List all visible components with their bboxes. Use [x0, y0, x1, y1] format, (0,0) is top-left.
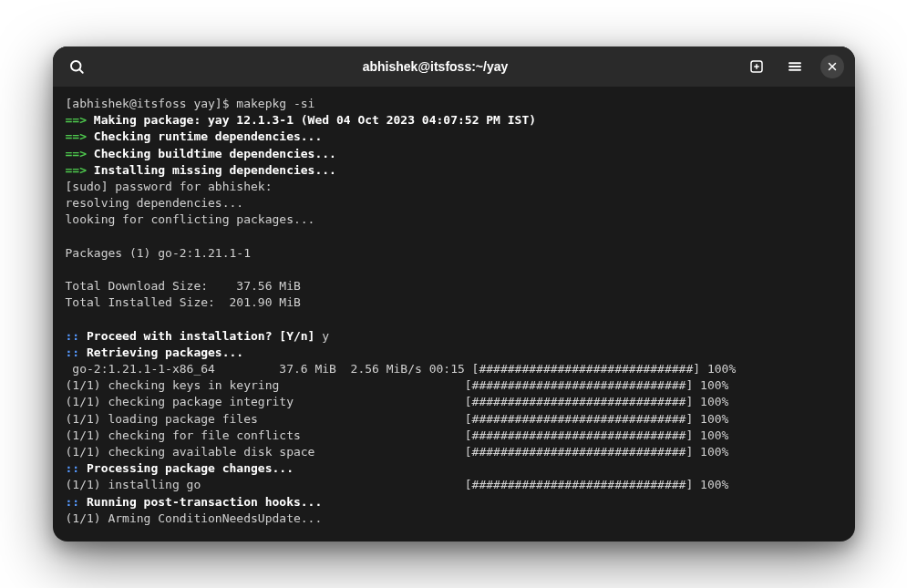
title-left: [64, 54, 137, 79]
installing-go: (1/1) installing go [###################…: [66, 477, 842, 493]
title-bar: abhishek@itsfoss:~/yay: [53, 46, 855, 87]
search-icon[interactable]: [64, 54, 89, 79]
menu-icon[interactable]: [782, 54, 808, 79]
svg-line-1: [79, 69, 82, 72]
installed-size: Total Installed Size: 201.90 MiB: [66, 294, 842, 311]
download-size: Total Download Size: 37.56 MiB: [66, 278, 842, 294]
check-disk: (1/1) checking available disk space [###…: [66, 444, 842, 460]
arrow: ==>: [66, 113, 94, 127]
arrow: ==>: [66, 129, 94, 143]
installing-missing: Installing missing dependencies...: [94, 163, 336, 177]
download-progress: go-2:1.21.1-1-x86_64 37.6 MiB 2.56 MiB/s…: [66, 361, 842, 377]
arrow: ==>: [66, 147, 94, 160]
close-icon[interactable]: [820, 55, 844, 78]
terminal-window: abhishek@itsfoss:~/yay: [53, 46, 855, 542]
prompt: [abhishek@itsfoss yay]$: [66, 97, 237, 110]
conflicting-check: looking for conflicting packages...: [66, 211, 842, 228]
checking-buildtime: Checking buildtime dependencies...: [94, 147, 336, 160]
sudo-prompt: [sudo] password for abhishek:: [66, 179, 842, 195]
resolving-deps: resolving dependencies...: [66, 195, 842, 211]
checking-runtime: Checking runtime dependencies...: [94, 129, 322, 143]
window-title: abhishek@itsfoss:~/yay: [144, 59, 727, 74]
title-right: [735, 54, 844, 79]
terminal-output[interactable]: [abhishek@itsfoss yay]$ makepkg -si==> M…: [53, 87, 855, 542]
making-package-label: Making package:: [94, 113, 208, 127]
command: makepkg -si: [236, 97, 314, 110]
arrow: ==>: [66, 163, 94, 177]
making-package-value: yay 12.1.3-1 (Wed 04 Oct 2023 04:07:52 P…: [208, 113, 536, 127]
check-conflicts: (1/1) checking for file conflicts [#####…: [66, 428, 842, 444]
check-keys: (1/1) checking keys in keyring [########…: [66, 377, 842, 394]
check-integrity: (1/1) checking package integrity [######…: [66, 394, 842, 410]
new-tab-icon[interactable]: [744, 54, 769, 79]
arming-update: (1/1) Arming ConditionNeedsUpdate...: [66, 511, 842, 527]
packages-list: Packages (1) go-2:1.21.1-1: [66, 245, 842, 262]
loading-files: (1/1) loading package files [###########…: [66, 411, 842, 428]
